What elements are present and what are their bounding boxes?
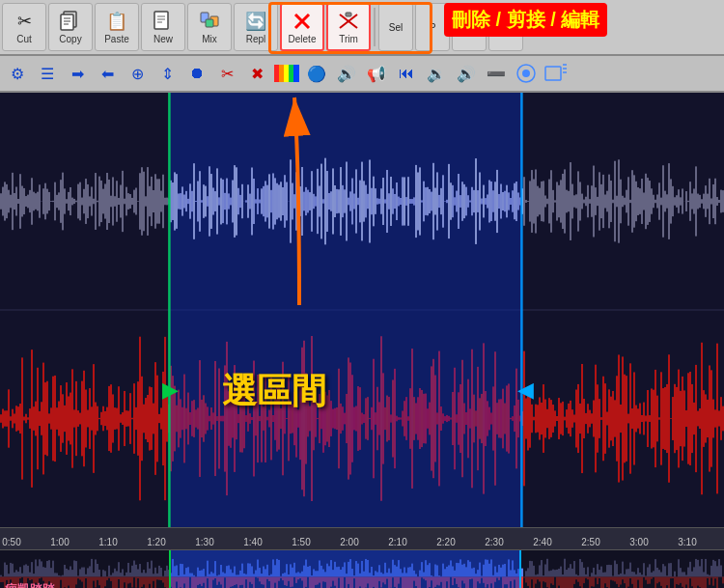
time-mark-310: 3:10 (678, 537, 696, 547)
svg-rect-5 (154, 12, 168, 29)
selection-bracket-right[interactable]: ◀ (517, 378, 534, 403)
adjust-icon[interactable]: ⇕ (153, 60, 181, 87)
waveform-area: // Will be drawn via JS below ▶ ◀ 選區間 (0, 93, 724, 527)
vol-down-icon[interactable]: 🔉 (423, 60, 450, 87)
scissors-icon[interactable]: ✂ (213, 60, 240, 87)
arrow-right-icon[interactable]: ➡ (64, 60, 91, 87)
list-icon[interactable]: ☰ (34, 60, 61, 87)
selection-label: 選區間 (222, 368, 326, 415)
copy-icon (59, 10, 82, 33)
time-mark-250: 2:50 (581, 537, 599, 547)
copy-button[interactable]: Copy (48, 3, 93, 51)
paste-label: Paste (104, 34, 129, 44)
main-toolbar: ✂ Cut Copy 📋 Paste New (0, 0, 724, 56)
svg-rect-21 (293, 65, 299, 82)
time-mark-110: 1:10 (98, 537, 117, 547)
mix-icon (198, 10, 221, 33)
time-mark-150: 1:50 (292, 537, 310, 547)
selection-right-edge (521, 93, 523, 527)
time-mark-220: 2:20 (436, 537, 455, 547)
highlight-label: 刪除 / 剪接 / 編輯 (444, 3, 607, 37)
secondary-toolbar: ⚙ ☰ ➡ ⬅ ⊕ ⇕ ⏺ ✂ ✖ 🔵 🔊 📢 ⏮ 🔉 🔊 ➖ (0, 56, 724, 93)
speaker-icon[interactable]: 📢 (363, 60, 390, 87)
time-mark-230: 2:30 (485, 537, 503, 547)
selection-bracket-left[interactable]: ▶ (162, 378, 179, 403)
svg-rect-17 (274, 65, 279, 82)
delete-icon (291, 10, 314, 33)
time-mark-140: 1:40 (243, 537, 262, 547)
new-button[interactable]: New (141, 3, 185, 51)
timeline: 0:50 1:00 1:10 1:20 1:30 1:40 1:50 2:00 … (0, 527, 724, 550)
trim-label: Trim (339, 34, 358, 44)
time-mark-200: 2:00 (340, 537, 358, 547)
overview-panel: 疤凱踏踏 (0, 550, 724, 588)
arrow-left-icon[interactable]: ⬅ (94, 60, 121, 87)
record-icon[interactable]: ⏺ (183, 60, 210, 87)
repl-button[interactable]: 🔄 Repl (234, 3, 278, 51)
mix-label: Mix (202, 34, 217, 44)
overview-label: 疤凱踏踏 (5, 581, 55, 588)
selection-left-edge (169, 93, 171, 527)
overview-selection (169, 550, 521, 588)
svg-rect-24 (545, 67, 561, 80)
svg-rect-11 (206, 19, 213, 27)
export-icon[interactable] (543, 60, 570, 87)
loop-icon[interactable]: 🔵 (303, 60, 330, 87)
repl-label: Repl (246, 34, 266, 44)
repl-icon: 🔄 (244, 10, 267, 33)
svg-rect-18 (279, 65, 284, 82)
cross-icon[interactable]: ✖ (243, 60, 270, 87)
paste-icon: 📋 (105, 10, 128, 33)
toolbar-separator-1 (374, 8, 376, 46)
svg-rect-19 (284, 65, 289, 82)
sel-button[interactable]: Sel (378, 3, 413, 51)
paste-button[interactable]: 📋 Paste (95, 3, 139, 51)
time-mark-130: 1:30 (195, 537, 213, 547)
rewind-icon[interactable]: ⏮ (393, 60, 420, 87)
sel-icon: Sel (384, 15, 407, 39)
trim-button[interactable]: Trim (326, 3, 371, 51)
p-label: P (430, 22, 436, 33)
color-icon[interactable] (273, 60, 300, 87)
svg-rect-1 (61, 14, 73, 30)
copy-label: Copy (59, 34, 81, 44)
time-mark-210: 2:10 (388, 537, 406, 547)
new-icon (152, 10, 175, 33)
minus-icon[interactable]: ➖ (483, 60, 510, 87)
cut-button[interactable]: ✂ Cut (2, 3, 46, 51)
volume-icon[interactable]: 🔊 (333, 60, 360, 87)
delete-button[interactable]: Delete (280, 3, 324, 51)
vol-up-icon[interactable]: 🔊 (453, 60, 480, 87)
time-mark-300: 3:00 (629, 537, 648, 547)
delete-label: Delete (289, 34, 317, 44)
svg-rect-16 (346, 13, 351, 16)
settings-icon[interactable]: ⚙ (4, 60, 31, 87)
svg-rect-20 (289, 65, 293, 82)
time-mark-100: 1:00 (50, 537, 69, 547)
waveform-canvas (0, 93, 724, 527)
cut-label: Cut (16, 34, 32, 44)
new-label: New (153, 34, 173, 44)
time-mark-240: 2:40 (533, 537, 551, 547)
svg-point-23 (522, 70, 530, 77)
cut-icon: ✂ (13, 10, 36, 33)
time-mark-050: 0:50 (2, 537, 20, 547)
circle-arrows-icon[interactable]: ⊕ (124, 60, 151, 87)
trim-icon (337, 10, 360, 33)
time-mark-120: 1:20 (147, 537, 165, 547)
mix-button[interactable]: Mix (187, 3, 232, 51)
render-icon[interactable] (513, 60, 540, 87)
